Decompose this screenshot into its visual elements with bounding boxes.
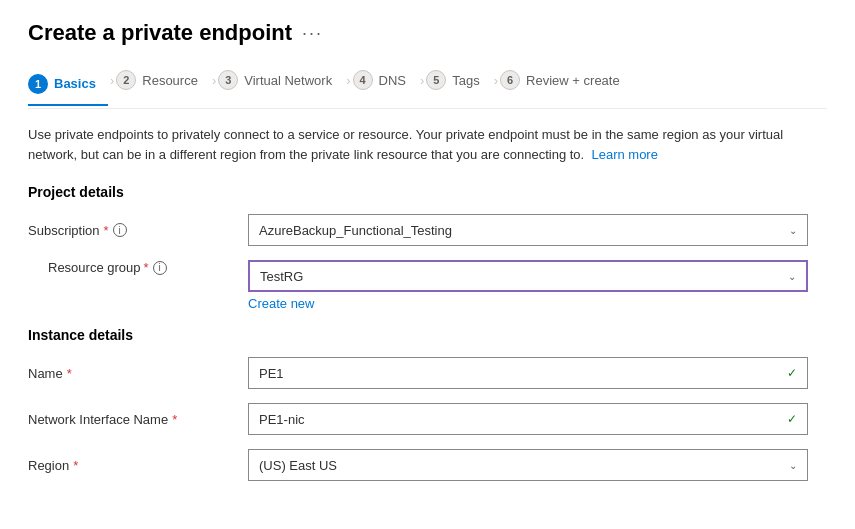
description-text: Use private endpoints to privately conne… bbox=[28, 125, 827, 164]
separator-5: › bbox=[492, 73, 500, 88]
name-dropdown[interactable]: PE1 ✓ bbox=[248, 357, 808, 389]
subscription-value: AzureBackup_Functional_Testing bbox=[259, 223, 452, 238]
learn-more-link[interactable]: Learn more bbox=[591, 147, 657, 162]
region-group: Region * (US) East US ⌄ bbox=[28, 449, 827, 481]
nic-label: Network Interface Name bbox=[28, 412, 168, 427]
rg-chevron-icon: ⌄ bbox=[788, 271, 796, 282]
step-basics[interactable]: 1 Basics bbox=[28, 68, 108, 106]
step-tags-label: Tags bbox=[452, 73, 479, 88]
step-dns[interactable]: 4 DNS bbox=[353, 64, 418, 96]
project-details-section: Project details Subscription * i AzureBa… bbox=[28, 184, 827, 311]
step-vn-label: Virtual Network bbox=[244, 73, 332, 88]
step-virtual-network[interactable]: 3 Virtual Network bbox=[218, 64, 344, 96]
step-basics-label: Basics bbox=[54, 76, 96, 91]
step-dns-label: DNS bbox=[379, 73, 406, 88]
page-title-row: Create a private endpoint ··· bbox=[28, 20, 827, 46]
step-review-create[interactable]: 6 Review + create bbox=[500, 64, 632, 96]
name-group: Name * PE1 ✓ bbox=[28, 357, 827, 389]
separator-4: › bbox=[418, 73, 426, 88]
name-label-col: Name * bbox=[28, 366, 248, 381]
instance-details-title: Instance details bbox=[28, 327, 827, 343]
nic-name-group: Network Interface Name * PE1-nic ✓ bbox=[28, 403, 827, 435]
step-rc-label: Review + create bbox=[526, 73, 620, 88]
region-label: Region bbox=[28, 458, 69, 473]
step-rc-circle: 6 bbox=[500, 70, 520, 90]
step-vn-circle: 3 bbox=[218, 70, 238, 90]
rg-input-col: TestRG ⌄ Create new bbox=[248, 260, 808, 311]
resource-group-form-group: Resource group * i TestRG ⌄ Create new bbox=[28, 260, 827, 311]
name-value: PE1 bbox=[259, 366, 284, 381]
subscription-required: * bbox=[104, 223, 109, 238]
subscription-label-col: Subscription * i bbox=[28, 223, 248, 238]
name-required: * bbox=[67, 366, 72, 381]
resource-group-dropdown[interactable]: TestRG ⌄ bbox=[248, 260, 808, 292]
separator-3: › bbox=[344, 73, 352, 88]
step-tags-circle: 5 bbox=[426, 70, 446, 90]
region-input-col: (US) East US ⌄ bbox=[248, 449, 808, 481]
step-resource-label: Resource bbox=[142, 73, 198, 88]
region-required: * bbox=[73, 458, 78, 473]
separator-2: › bbox=[210, 73, 218, 88]
subscription-dropdown[interactable]: AzureBackup_Functional_Testing ⌄ bbox=[248, 214, 808, 246]
nic-dropdown[interactable]: PE1-nic ✓ bbox=[248, 403, 808, 435]
region-dropdown[interactable]: (US) East US ⌄ bbox=[248, 449, 808, 481]
step-dns-circle: 4 bbox=[353, 70, 373, 90]
rg-info-icon[interactable]: i bbox=[153, 261, 167, 275]
subscription-label: Subscription bbox=[28, 223, 100, 238]
region-chevron-icon: ⌄ bbox=[789, 460, 797, 471]
rg-required: * bbox=[144, 260, 149, 275]
name-label: Name bbox=[28, 366, 63, 381]
nic-required: * bbox=[172, 412, 177, 427]
page-title: Create a private endpoint bbox=[28, 20, 292, 46]
project-details-title: Project details bbox=[28, 184, 827, 200]
subscription-input-col: AzureBackup_Functional_Testing ⌄ bbox=[248, 214, 808, 246]
name-input-col: PE1 ✓ bbox=[248, 357, 808, 389]
instance-details-section: Instance details Name * PE1 ✓ Network In… bbox=[28, 327, 827, 481]
step-tags[interactable]: 5 Tags bbox=[426, 64, 491, 96]
name-checkmark-icon: ✓ bbox=[787, 366, 797, 380]
create-new-link[interactable]: Create new bbox=[248, 296, 808, 311]
step-basics-circle: 1 bbox=[28, 74, 48, 94]
rg-label-col: Resource group * i bbox=[28, 260, 248, 275]
nic-checkmark-icon: ✓ bbox=[787, 412, 797, 426]
nic-value: PE1-nic bbox=[259, 412, 305, 427]
step-resource-circle: 2 bbox=[116, 70, 136, 90]
rg-label: Resource group bbox=[48, 260, 141, 275]
wizard-steps: 1 Basics › 2 Resource › 3 Virtual Networ… bbox=[28, 64, 827, 109]
rg-value: TestRG bbox=[260, 269, 303, 284]
subscription-info-icon[interactable]: i bbox=[113, 223, 127, 237]
title-ellipsis[interactable]: ··· bbox=[302, 23, 323, 44]
step-resource[interactable]: 2 Resource bbox=[116, 64, 210, 96]
subscription-chevron-icon: ⌄ bbox=[789, 225, 797, 236]
nic-input-col: PE1-nic ✓ bbox=[248, 403, 808, 435]
nic-label-col: Network Interface Name * bbox=[28, 412, 248, 427]
separator-1: › bbox=[108, 73, 116, 88]
subscription-group: Subscription * i AzureBackup_Functional_… bbox=[28, 214, 827, 246]
region-label-col: Region * bbox=[28, 458, 248, 473]
region-value: (US) East US bbox=[259, 458, 337, 473]
